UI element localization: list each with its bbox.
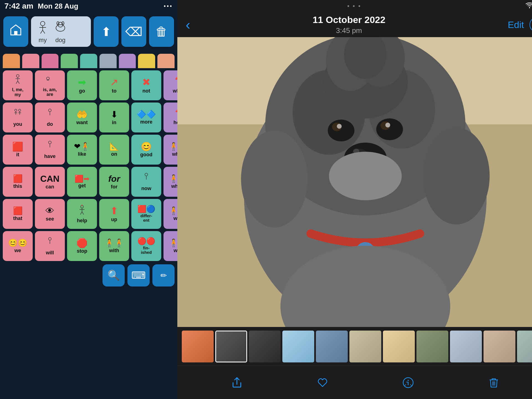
tab-teal[interactable]: [80, 54, 97, 68]
photo-time: 3:45 pm: [313, 26, 385, 35]
tab-pink[interactable]: [22, 54, 39, 68]
svg-point-27: [145, 173, 148, 176]
thumbnail-11[interactable]: [517, 331, 532, 362]
symbol-row-3: 🟥 it have ❤🧍 like 📐 on 😊 good: [3, 135, 175, 165]
cell-where[interactable]: 🧍❓ where: [163, 167, 177, 197]
svg-point-15: [47, 77, 49, 80]
main-photo: [177, 37, 532, 327]
cell-i-me-my[interactable]: I, me,my: [3, 70, 33, 100]
back-button[interactable]: ‹: [186, 18, 190, 32]
more-options-button[interactable]: •••: [530, 17, 532, 32]
edit-photo-button[interactable]: Edit: [508, 19, 524, 30]
cell-good[interactable]: 😊 good: [131, 135, 161, 165]
tab-yellow[interactable]: [138, 54, 155, 68]
cell-not[interactable]: ✖ not: [131, 70, 161, 100]
thumbnail-3[interactable]: [249, 331, 281, 362]
tab-pink2[interactable]: [42, 54, 59, 68]
cell-get[interactable]: 🟥➡ get: [67, 167, 97, 197]
cell-why[interactable]: 🧍❓ why: [163, 231, 177, 261]
cell-like[interactable]: ❤🧍 like: [67, 135, 97, 165]
share-button[interactable]: ⬆: [94, 16, 119, 47]
cell-more[interactable]: 🔷🔷 more: [131, 103, 161, 132]
tab-orange[interactable]: [3, 54, 20, 68]
cell-who[interactable]: 🧍❓ who: [163, 199, 177, 229]
svg-point-66: [408, 380, 409, 381]
cell-for[interactable]: for for: [99, 167, 129, 197]
cell-have[interactable]: have: [35, 135, 65, 165]
cell-with[interactable]: 🧍🧍 with: [99, 231, 129, 261]
cell-is-am-are[interactable]: is, am,are: [35, 70, 65, 100]
photo-nav-bar: ‹ 11 October 2022 3:45 pm Edit •••: [177, 12, 532, 37]
cell-want[interactable]: 🤲 want: [67, 103, 97, 132]
time-display: 7:42 am: [4, 2, 33, 11]
cell-different[interactable]: 🟥🔵 differ-ent: [131, 199, 161, 229]
svg-point-45: [376, 118, 403, 140]
cell-when[interactable]: 🧍❓ when: [163, 135, 177, 165]
thumbnail-5[interactable]: [316, 331, 348, 362]
delete-photo-button[interactable]: [488, 377, 500, 389]
toolbar: my dog ⬆ ⌫ 🗑: [0, 12, 177, 51]
thumbnail-2[interactable]: [215, 331, 247, 362]
symbol-row-5: 🟥 that 👁 see help ⬆ up 🟥🔵 differ-ent: [3, 199, 175, 229]
svg-point-6: [56, 25, 65, 31]
cell-this[interactable]: 🟥 this: [3, 167, 33, 197]
cell-we[interactable]: 😊😊 we: [3, 231, 33, 261]
sentence-symbol-my: my: [35, 20, 50, 44]
cell-it[interactable]: 🟥 it: [3, 135, 33, 165]
cell-stop[interactable]: 🛑 stop: [67, 231, 97, 261]
thumbnail-10[interactable]: [484, 331, 515, 362]
svg-line-33: [82, 212, 84, 214]
svg-point-55: [329, 152, 402, 200]
like-photo-button[interactable]: [316, 377, 329, 389]
nav-actions: Edit •••: [508, 17, 532, 32]
thumbnail-6[interactable]: [349, 331, 381, 362]
thumbnail-8[interactable]: [416, 331, 448, 362]
backspace-button[interactable]: ⌫: [121, 16, 146, 47]
tab-gray[interactable]: [99, 54, 117, 68]
delete-button[interactable]: 🗑: [149, 16, 174, 47]
cell-to[interactable]: ↗ to: [99, 70, 129, 100]
tab-green[interactable]: [61, 54, 78, 68]
cell-on[interactable]: 📐 on: [99, 135, 129, 165]
ios-top-bar: • • • 99%: [177, 0, 532, 12]
info-photo-button[interactable]: [402, 377, 414, 389]
thumbnail-7[interactable]: [383, 331, 415, 362]
search-button[interactable]: 🔍: [103, 264, 125, 287]
cell-now[interactable]: now: [131, 167, 161, 197]
edit-button[interactable]: ✏: [152, 264, 175, 287]
keyboard-button[interactable]: ⌨: [127, 264, 150, 287]
cell-in[interactable]: ⬇ in: [99, 103, 129, 132]
sentence-symbol-dog: dog: [53, 20, 68, 44]
tab-salmon[interactable]: [157, 54, 175, 68]
cell-up[interactable]: ⬆ up: [99, 199, 129, 229]
cell-can[interactable]: CAN can: [35, 167, 65, 197]
thumbnail-4[interactable]: [282, 331, 314, 362]
thumbnail-1[interactable]: [182, 331, 214, 362]
cell-that[interactable]: 🟥 that: [3, 199, 33, 229]
grid-area: I, me,my is, am,are ➡ go ↗ to ✖ not ❓: [0, 51, 177, 399]
cell-finished[interactable]: 🔴🔴 fin-ished: [131, 231, 161, 261]
right-panel: • • • 99% ‹ 11 October 2022 3:45 pm: [177, 0, 532, 399]
svg-line-14: [18, 81, 19, 84]
cell-go[interactable]: ➡ go: [67, 70, 97, 100]
cell-see[interactable]: 👁 see: [35, 199, 65, 229]
share-photo-button[interactable]: [231, 377, 243, 389]
cell-will[interactable]: will: [35, 231, 65, 261]
cell-how[interactable]: ❓ how: [163, 103, 177, 132]
svg-line-5: [43, 30, 45, 34]
svg-point-49: [385, 123, 390, 128]
symbol-row-4: 🟥 this CAN can 🟥➡ get for for now: [3, 167, 175, 197]
svg-point-34: [48, 237, 51, 240]
home-button[interactable]: [3, 16, 28, 47]
svg-point-1: [40, 21, 45, 26]
cell-do[interactable]: do: [35, 103, 65, 132]
cell-help[interactable]: help: [67, 199, 97, 229]
thumbnail-9[interactable]: [450, 331, 482, 362]
cell-you[interactable]: you: [3, 103, 33, 132]
tab-purple[interactable]: [119, 54, 136, 68]
svg-point-23: [48, 109, 51, 112]
sentence-bar: my dog: [31, 16, 91, 47]
cell-what[interactable]: ❓ what: [163, 70, 177, 100]
svg-line-13: [16, 81, 18, 84]
bottom-action-bar: [177, 366, 532, 399]
